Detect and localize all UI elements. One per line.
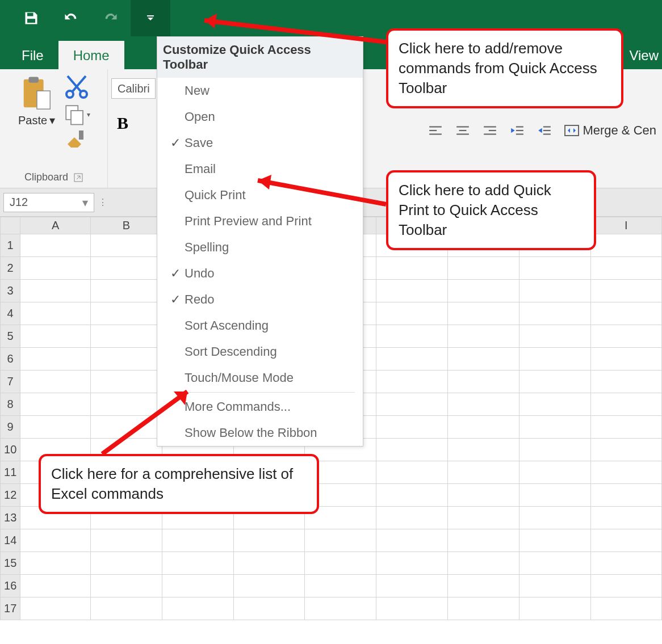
cell[interactable] (91, 325, 162, 348)
cell[interactable] (590, 348, 661, 371)
cell[interactable] (91, 302, 162, 325)
qat-menu-item[interactable]: New (157, 78, 363, 104)
cell[interactable] (447, 552, 519, 575)
cell[interactable] (519, 461, 590, 484)
cell[interactable] (162, 529, 233, 552)
cell[interactable] (519, 507, 590, 529)
cell[interactable] (305, 552, 376, 575)
cell[interactable] (590, 280, 661, 302)
cell[interactable] (376, 461, 448, 484)
copy-button[interactable]: ▾ (63, 103, 90, 126)
cell[interactable] (162, 597, 233, 620)
cell[interactable] (233, 552, 305, 575)
column-header[interactable]: I (590, 217, 661, 234)
cell[interactable] (20, 393, 91, 416)
cell[interactable] (590, 439, 661, 461)
cell[interactable] (91, 597, 162, 620)
cell[interactable] (91, 348, 162, 371)
row-header[interactable]: 4 (1, 302, 20, 325)
chevron-down-icon[interactable]: ▾ (82, 196, 88, 209)
qat-customize-dropdown[interactable] (131, 0, 170, 36)
cell[interactable] (447, 280, 519, 302)
cell[interactable] (376, 393, 448, 416)
row-header[interactable]: 5 (1, 325, 20, 348)
row-header[interactable]: 16 (1, 575, 20, 597)
cell[interactable] (376, 529, 448, 552)
row-header[interactable]: 14 (1, 529, 20, 552)
row-header[interactable]: 9 (1, 416, 20, 439)
cell[interactable] (91, 234, 162, 257)
cell[interactable] (20, 416, 91, 439)
cell[interactable] (233, 529, 305, 552)
cell[interactable] (519, 325, 590, 348)
row-header[interactable]: 2 (1, 257, 20, 280)
tab-file[interactable]: File (7, 41, 58, 69)
cell[interactable] (20, 280, 91, 302)
cell[interactable] (519, 529, 590, 552)
cell[interactable] (519, 302, 590, 325)
cell[interactable] (305, 529, 376, 552)
row-header[interactable]: 3 (1, 280, 20, 302)
cell[interactable] (91, 529, 162, 552)
cell[interactable] (590, 529, 661, 552)
cell[interactable] (91, 552, 162, 575)
column-header[interactable]: B (91, 217, 162, 234)
increase-indent-icon[interactable] (537, 124, 552, 137)
cell[interactable] (447, 325, 519, 348)
cell[interactable] (376, 280, 448, 302)
cell[interactable] (376, 257, 448, 280)
qat-menu-item[interactable]: Spelling (157, 234, 363, 260)
cell[interactable] (519, 552, 590, 575)
cell[interactable] (233, 575, 305, 597)
cell[interactable] (20, 529, 91, 552)
font-name-combo[interactable]: Calibri (111, 78, 156, 99)
column-header[interactable]: A (20, 217, 91, 234)
cell[interactable] (91, 280, 162, 302)
cell[interactable] (519, 393, 590, 416)
cell[interactable] (447, 484, 519, 507)
save-button[interactable] (11, 0, 51, 36)
qat-menu-item[interactable]: ✓Undo (157, 260, 363, 287)
cell[interactable] (233, 597, 305, 620)
cell[interactable] (447, 597, 519, 620)
cell[interactable] (376, 484, 448, 507)
name-box[interactable]: J12 ▾ (3, 193, 94, 212)
cell[interactable] (519, 416, 590, 439)
cell[interactable] (376, 325, 448, 348)
cell[interactable] (305, 597, 376, 620)
cell[interactable] (519, 257, 590, 280)
redo-button[interactable] (91, 0, 131, 36)
grip-icon[interactable]: ⋮ (94, 197, 111, 208)
cell[interactable] (20, 234, 91, 257)
cell[interactable] (590, 257, 661, 280)
row-header[interactable]: 7 (1, 371, 20, 393)
cell[interactable] (519, 597, 590, 620)
cell[interactable] (376, 302, 448, 325)
cell[interactable] (20, 597, 91, 620)
cell[interactable] (447, 302, 519, 325)
cell[interactable] (162, 575, 233, 597)
cell[interactable] (91, 257, 162, 280)
undo-button[interactable] (51, 0, 91, 36)
cell[interactable] (376, 507, 448, 529)
cell[interactable] (447, 416, 519, 439)
row-header[interactable]: 1 (1, 234, 20, 257)
cell[interactable] (376, 552, 448, 575)
cell[interactable] (519, 439, 590, 461)
cell[interactable] (447, 439, 519, 461)
cell[interactable] (447, 348, 519, 371)
cell[interactable] (20, 325, 91, 348)
cell[interactable] (590, 484, 661, 507)
row-header[interactable]: 13 (1, 507, 20, 529)
cell[interactable] (519, 280, 590, 302)
cell[interactable] (590, 597, 661, 620)
cell[interactable] (519, 484, 590, 507)
paste-button[interactable]: Paste▾ (14, 73, 60, 131)
cell[interactable] (590, 302, 661, 325)
cell[interactable] (376, 597, 448, 620)
row-header[interactable]: 8 (1, 393, 20, 416)
qat-menu-item[interactable]: ✓Save (157, 130, 363, 156)
cell[interactable] (590, 325, 661, 348)
cell[interactable] (590, 371, 661, 393)
cell[interactable] (447, 461, 519, 484)
